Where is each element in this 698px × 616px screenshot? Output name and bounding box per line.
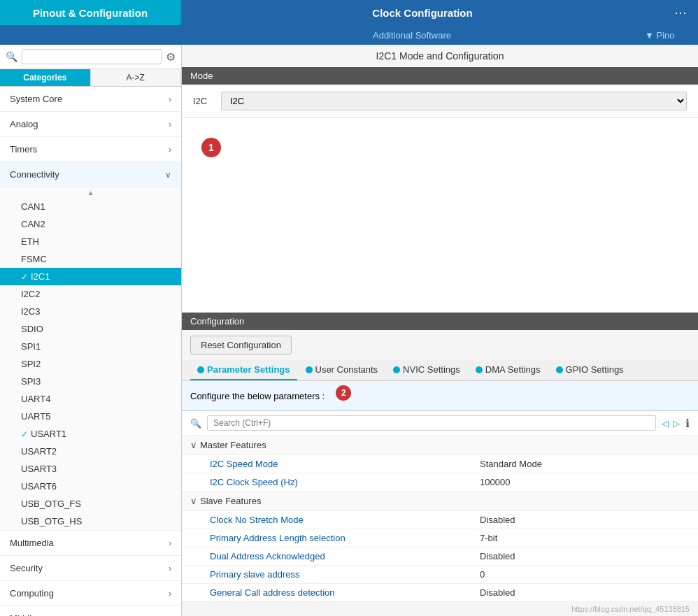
tab-user-label: User Constants — [315, 364, 378, 375]
sidebar-item-uart4[interactable]: UART4 — [0, 390, 181, 408]
multimedia-label: Multimedia — [10, 538, 54, 548]
param-name-clock-no-stretch: Clock No Stretch Mode — [210, 515, 480, 525]
param-row-i2c-speed-mode: I2C Speed Mode Standard Mode — [182, 455, 698, 473]
sidebar-item-computing[interactable]: Computing › — [0, 581, 181, 606]
chevron-right-icon: › — [169, 538, 171, 548]
sidebar-item-spi3[interactable]: SPI3 — [0, 373, 181, 390]
sidebar-item-system-core[interactable]: System Core › — [0, 87, 181, 112]
sidebar-item-usb-otg-hs[interactable]: USB_OTG_HS — [0, 513, 181, 530]
reset-configuration-button[interactable]: Reset Configuration — [190, 336, 292, 354]
clock-tab[interactable]: Clock Configuration — [372, 7, 472, 19]
sidebar-item-spi1[interactable]: SPI1 — [0, 338, 181, 355]
usart2-label: USART2 — [21, 446, 57, 457]
slave-features-label: Slave Features — [200, 496, 261, 506]
tab-gpio-label: GPIO Settings — [566, 364, 624, 375]
sidebar-item-uart5[interactable]: UART5 — [0, 408, 181, 425]
mode-content: I2C I2C Disabled SMBus-Alert-mode-Host S… — [182, 85, 698, 118]
info-icon[interactable]: ℹ — [685, 417, 690, 430]
sidebar-item-can2[interactable]: CAN2 — [0, 215, 181, 233]
sidebar-item-usart1[interactable]: ✓ USART1 — [0, 425, 181, 443]
tab-dma-settings[interactable]: DMA Settings — [469, 360, 548, 380]
tab-user-constants[interactable]: User Constants — [299, 360, 385, 380]
sidebar-item-middleware[interactable]: Middleware › — [0, 606, 181, 616]
param-name-dual-addr: Dual Address Acknowledged — [210, 551, 480, 561]
uart5-label: UART5 — [21, 411, 50, 422]
sidebar-item-usb-otg-fs[interactable]: USB_OTG_FS — [0, 495, 181, 513]
tab-parameter-label: Parameter Settings — [207, 364, 290, 375]
usart3-label: USART3 — [21, 464, 57, 474]
uart4-label: UART4 — [21, 394, 50, 404]
i2c-mode-select[interactable]: I2C Disabled SMBus-Alert-mode-Host SMBus… — [221, 92, 687, 110]
collapse-arrow-master: ∨ — [190, 440, 197, 450]
sidebar-item-spi2[interactable]: SPI2 — [0, 355, 181, 373]
master-features-section[interactable]: ∨ Master Features — [182, 436, 698, 455]
sdio-label: SDIO — [21, 324, 43, 334]
sidebar-item-usart6[interactable]: USART6 — [0, 478, 181, 495]
gear-icon[interactable]: ⚙ — [166, 50, 176, 64]
sidebar-item-fsmc[interactable]: FSMC — [0, 250, 181, 268]
sidebar-item-timers[interactable]: Timers › — [0, 137, 181, 162]
tab-dot-parameter — [197, 366, 204, 373]
tab-gpio-settings[interactable]: GPIO Settings — [549, 360, 631, 380]
param-row-primary-slave-addr: Primary slave address 0 — [182, 566, 698, 584]
sidebar-item-eth[interactable]: ETH — [0, 233, 181, 250]
chevron-right-icon: › — [169, 120, 171, 129]
param-value-general-call: Disabled — [480, 587, 690, 598]
sidebar-item-i2c1[interactable]: ✓ I2C1 — [0, 268, 181, 285]
slave-features-section[interactable]: ∨ Slave Features — [182, 492, 698, 511]
tab-dot-dma — [476, 366, 483, 373]
search-icon-params: 🔍 — [190, 418, 201, 429]
next-arrow-icon[interactable]: ▷ — [673, 418, 680, 429]
mode-section-header: Mode — [182, 67, 698, 85]
config-area: Reset Configuration — [182, 330, 698, 360]
timers-label: Timers — [10, 144, 37, 155]
sidebar-item-i2c3[interactable]: I2C3 — [0, 303, 181, 320]
param-name-i2c-speed-mode: I2C Speed Mode — [210, 459, 480, 469]
check-icon-i2c1: ✓ — [21, 272, 28, 282]
tab-categories[interactable]: Categories — [0, 69, 91, 86]
param-value-primary-addr-length: 7-bit — [480, 533, 690, 543]
usb-otg-fs-label: USB_OTG_FS — [21, 499, 81, 509]
param-row-i2c-clock-speed: I2C Clock Speed (Hz) 100000 — [182, 473, 698, 492]
main-layout: 🔍 ⚙ Categories A->Z System Core › Analog… — [0, 45, 698, 616]
tab-dma-label: DMA Settings — [485, 364, 541, 375]
sidebar-item-i2c2[interactable]: I2C2 — [0, 285, 181, 303]
sidebar-item-security[interactable]: Security › — [0, 556, 181, 581]
search-icon: 🔍 — [6, 51, 17, 62]
check-icon-usart1: ✓ — [21, 429, 28, 439]
chevron-right-icon: › — [169, 94, 171, 104]
tab-parameter-settings[interactable]: Parameter Settings — [190, 360, 297, 380]
param-row-clock-no-stretch: Clock No Stretch Mode Disabled — [182, 511, 698, 529]
spi3-label: SPI3 — [21, 376, 41, 387]
tab-nvic-settings[interactable]: NVIC Settings — [386, 360, 467, 380]
search-input[interactable] — [22, 49, 162, 64]
tab-nvic-label: NVIC Settings — [403, 364, 460, 375]
mode-row: I2C I2C Disabled SMBus-Alert-mode-Host S… — [182, 85, 698, 118]
param-name-primary-addr-length: Primary Address Length selection — [210, 533, 480, 543]
sidebar-item-can1[interactable]: CAN1 — [0, 198, 181, 215]
param-name-general-call: General Call address detection — [210, 587, 480, 598]
sidebar-item-multimedia[interactable]: Multimedia › — [0, 531, 181, 556]
sidebar-item-analog[interactable]: Analog › — [0, 112, 181, 137]
sidebar-item-usart3[interactable]: USART3 — [0, 460, 181, 478]
tab-az[interactable]: A->Z — [91, 69, 182, 86]
configure-text: Configure the below parameters : — [190, 391, 325, 401]
sidebar-list: System Core › Analog › Timers › Connecti… — [0, 87, 181, 616]
chevron-down-icon: ∨ — [165, 170, 171, 180]
param-search-input[interactable] — [207, 415, 656, 431]
pinout-tab[interactable]: Pinout & Configuration — [33, 7, 148, 19]
spi1-label: SPI1 — [21, 341, 41, 352]
param-name-i2c-clock-speed: I2C Clock Speed (Hz) — [210, 477, 480, 487]
sidebar-item-sdio[interactable]: SDIO — [0, 320, 181, 338]
additional-software-label[interactable]: Additional Software — [373, 30, 451, 41]
sidebar-item-connectivity[interactable]: Connectivity ∨ — [0, 162, 181, 187]
param-value-primary-slave-addr: 0 — [480, 569, 690, 580]
param-value-i2c-speed-mode: Standard Mode — [480, 459, 690, 469]
sidebar-item-usart2[interactable]: USART2 — [0, 443, 181, 460]
chevron-right-icon: › — [169, 589, 171, 599]
prev-arrow-icon[interactable]: ◁ — [662, 418, 669, 429]
param-value-i2c-clock-speed: 100000 — [480, 477, 690, 487]
mode-badge-area: 1 — [182, 118, 698, 313]
extra-tab-icon: ⋯ — [674, 5, 687, 20]
config-section-header: Configuration — [182, 313, 698, 330]
